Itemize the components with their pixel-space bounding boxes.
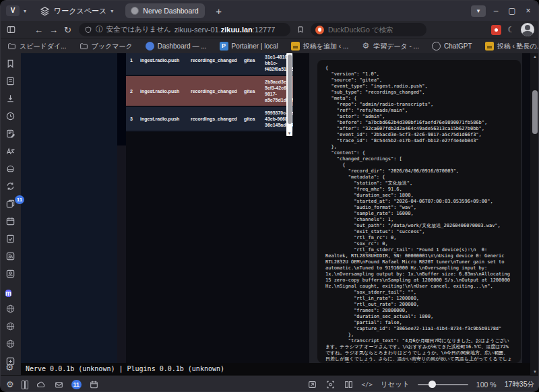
bookmark-speed-dial[interactable]: スピードダイ... xyxy=(7,42,67,51)
minimize-button[interactable]: – xyxy=(490,6,502,15)
status-bar: ⚙ 11 </> リセット 100 % 17時35分 xyxy=(1,375,539,392)
source-cell: gitea xyxy=(244,58,261,63)
toggle-images-icon[interactable] xyxy=(307,380,317,389)
forward-icon[interactable]: → xyxy=(49,26,58,34)
windows-panel-icon[interactable]: 11 xyxy=(5,199,16,209)
security-label: 安全ではありません xyxy=(106,25,170,34)
dashboard-footer: Nerve 0.0.1b (unknown) | Plugins 0.0.1b … xyxy=(21,363,539,375)
zoom-slider[interactable] xyxy=(418,384,468,385)
downloads-panel-icon[interactable] xyxy=(5,94,16,104)
extension-icon[interactable] xyxy=(491,25,501,35)
bookmarks-panel-icon[interactable] xyxy=(5,59,16,69)
settings-gear-icon[interactable]: ⚙ xyxy=(6,379,14,389)
zoom-level: 100 % xyxy=(476,381,497,389)
notification-badge[interactable]: 11 xyxy=(71,380,82,389)
tab-stack-toggle-icon[interactable]: ▾ xyxy=(471,5,486,17)
web-panel-icon[interactable] xyxy=(5,304,16,315)
search-input[interactable] xyxy=(328,26,416,34)
web-panel-icon[interactable] xyxy=(5,321,16,332)
sub-type-cell: recordings_changed xyxy=(191,58,241,63)
close-button[interactable]: × xyxy=(522,6,534,15)
vivaldi-menu-chevron-icon[interactable]: ▾ xyxy=(24,8,26,14)
bookmark-portainer[interactable]: PPortainer | local xyxy=(220,42,278,51)
table-row[interactable]: 1 ingest.radio.push recordings_changed g… xyxy=(126,53,293,76)
bookmark-label: Dashboard — ... xyxy=(158,42,207,50)
table-scroll-down-icon[interactable]: ▼ xyxy=(286,131,292,135)
capture-page-icon[interactable] xyxy=(325,380,336,389)
scroll-down-icon[interactable]: ▼ xyxy=(530,370,539,374)
panel-settings-gear-icon[interactable]: ⚙ xyxy=(5,362,14,372)
table-row[interactable]: 3 ingest.radio.push recordings_changed g… xyxy=(126,107,293,132)
bookmark-add-post[interactable]: 投稿を追加 ‹ ... xyxy=(291,42,348,51)
mastodon-panel-icon[interactable]: m xyxy=(5,286,16,297)
event-json-payload: { "version": "1.0", "source": "gitea", "… xyxy=(325,65,513,363)
post-favicon xyxy=(485,42,494,51)
url-field[interactable]: ⓘ 安全ではありません zikuu-serv-01.zikuu.lan:1277… xyxy=(79,23,290,36)
sync-panel-icon[interactable] xyxy=(5,181,16,192)
page-actions-icon[interactable]: </> xyxy=(362,381,373,388)
mail-panel-icon[interactable] xyxy=(5,164,16,174)
reading-list-panel-icon[interactable] xyxy=(5,76,16,87)
bookmark-dashboard[interactable]: Dashboard — ... xyxy=(146,42,207,51)
profile-avatar[interactable] xyxy=(521,23,534,36)
vivaldi-menu-icon[interactable]: V xyxy=(6,5,20,16)
table-scrollbar[interactable]: ▼ xyxy=(286,53,292,136)
page-url: zikuu-serv-01.zikuu.lan:12777 xyxy=(175,26,276,34)
sidebar-divider xyxy=(117,53,126,363)
back-icon[interactable]: ← xyxy=(34,26,43,34)
bookmark-label: ブックマーク xyxy=(92,42,133,51)
search-field[interactable] xyxy=(311,23,426,36)
windows-count-badge: 11 xyxy=(15,195,24,204)
dashboard-sidebar xyxy=(21,53,117,363)
contacts-panel-icon[interactable] xyxy=(5,269,16,280)
tab-title: Nerve Dashboard xyxy=(143,7,198,15)
sub-type-cell: recordings_changed xyxy=(191,89,241,94)
bookmark-label: 投稿 ‹ 塾長の... xyxy=(497,42,539,51)
web-panel-icon[interactable] xyxy=(5,339,16,350)
page-scrollbar[interactable]: ▲ ▼ xyxy=(530,53,539,375)
event-detail-panel: { "version": "1.0", "source": "gitea", "… xyxy=(309,53,522,363)
page-scrollbar-thumb[interactable] xyxy=(532,90,538,134)
bookmark-post-jukucho[interactable]: 投稿 ‹ 塾長の... xyxy=(485,42,539,51)
bookmark-bookmarks[interactable]: ブックマーク xyxy=(80,42,133,51)
mail-tray-icon[interactable] xyxy=(54,380,64,389)
url-host-domain: zikuu.lan xyxy=(221,26,253,34)
bookmark-learning-data[interactable]: ⚙学習データ - ... xyxy=(361,42,419,51)
source-cell: gitea xyxy=(244,117,261,121)
table-row-selected[interactable]: 2 ingest.radio.push recordings_changed g… xyxy=(126,76,293,107)
sync-cloud-icon[interactable] xyxy=(36,380,46,389)
address-bar: ← → ↻ ⓘ 安全ではありません zikuu-serv-01.zikuu.la… xyxy=(1,21,539,38)
tasks-panel-icon[interactable] xyxy=(5,234,16,244)
info-icon[interactable]: ⓘ xyxy=(96,25,103,34)
calendar-status-icon[interactable] xyxy=(89,380,99,389)
calendar-panel-icon[interactable] xyxy=(5,216,16,227)
scroll-up-icon[interactable]: ▲ xyxy=(530,55,539,59)
tab-favicon xyxy=(131,7,139,15)
break-mode-icon[interactable]: ☾ xyxy=(507,25,515,34)
translate-panel-icon[interactable] xyxy=(5,146,16,157)
shield-icon[interactable] xyxy=(84,26,92,34)
url-port: :12777 xyxy=(253,26,276,34)
tiling-icon[interactable] xyxy=(344,380,354,389)
json-detail-card: { "version": "1.0", "source": "gitea", "… xyxy=(317,60,521,363)
bookmark-chatgpt[interactable]: ChatGPT xyxy=(432,42,472,51)
nerve-dashboard-page: 1 ingest.radio.push recordings_changed g… xyxy=(21,53,539,363)
workspace-chevron-icon: ▾ xyxy=(110,8,113,14)
reload-icon[interactable]: ↻ xyxy=(64,26,71,34)
workspace-selector[interactable]: ワークスペース ▾ xyxy=(40,6,113,16)
maximize-button[interactable]: ▢ xyxy=(506,6,518,15)
new-tab-button[interactable]: + xyxy=(216,5,222,17)
folder-icon xyxy=(7,42,16,51)
zoom-reset-button[interactable]: リセット xyxy=(381,380,410,389)
dashboard-favicon xyxy=(146,42,154,51)
panel-toggle-icon[interactable] xyxy=(6,25,16,34)
zoom-slider-knob[interactable] xyxy=(429,381,436,388)
table-scrollbar-thumb[interactable] xyxy=(288,55,292,124)
tab-nerve-dashboard[interactable]: Nerve Dashboard xyxy=(125,3,205,18)
feeds-panel-icon[interactable] xyxy=(5,251,16,262)
sync-pause-icon[interactable] xyxy=(22,381,28,388)
notes-panel-icon[interactable] xyxy=(5,129,16,139)
history-panel-icon[interactable] xyxy=(5,111,16,122)
bookmark-page-icon[interactable] xyxy=(296,25,305,34)
row-index: 2 xyxy=(130,89,137,94)
